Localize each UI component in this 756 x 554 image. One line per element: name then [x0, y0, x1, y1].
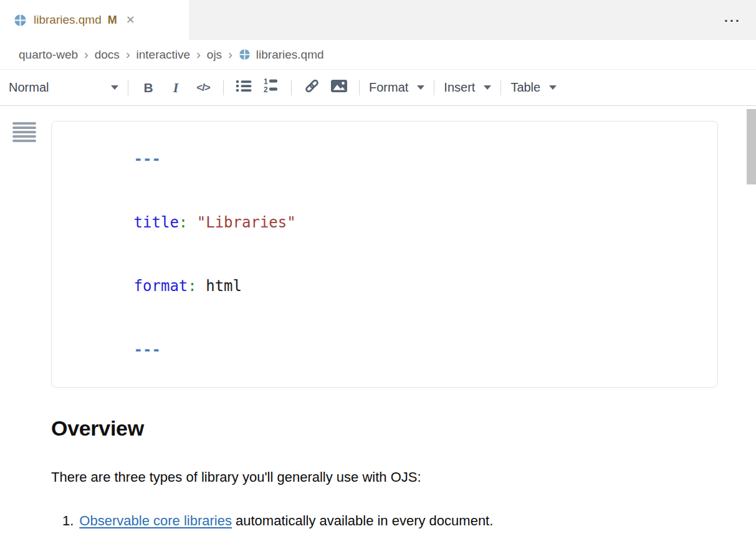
breadcrumb-item-quarto-web[interactable]: quarto-web: [19, 48, 78, 62]
yaml-line: ---: [62, 127, 707, 191]
breadcrumb-item-ojs[interactable]: ojs: [207, 48, 222, 62]
yaml-line: title: "Libraries": [62, 191, 707, 254]
toolbar-separator: [223, 80, 224, 95]
chevron-right-icon: ›: [196, 48, 201, 60]
tab-bar: libraries.qmd M ✕ ···: [0, 0, 756, 40]
quarto-file-icon: [239, 49, 251, 60]
tab-title: libraries.qmd: [34, 13, 102, 27]
chevron-down-icon: [484, 85, 491, 90]
intro-paragraph: There are three types of library you'll …: [51, 469, 718, 486]
yaml-line: format: html: [62, 254, 707, 318]
numbered-list-button[interactable]: 1 2: [261, 77, 282, 98]
paragraph-style-label: Normal: [9, 80, 49, 95]
paragraph-style-dropdown[interactable]: Normal: [9, 80, 118, 95]
modified-badge: M: [108, 14, 117, 27]
list-item: 1. Observable core libraries automatical…: [62, 512, 719, 530]
numbered-list-icon: 1 2: [263, 78, 279, 97]
bold-button[interactable]: B: [138, 77, 159, 98]
tab-bar-empty-space: [190, 0, 756, 40]
link-button[interactable]: [301, 77, 322, 98]
yaml-key: format: [134, 277, 188, 295]
chevron-down-icon: [111, 85, 118, 90]
quarto-file-icon: [14, 14, 27, 27]
more-actions-button[interactable]: ···: [724, 14, 741, 27]
chevron-down-icon: [549, 85, 557, 90]
breadcrumb: quarto-web › docs › interactive › ojs › …: [0, 40, 756, 70]
toolbar-separator: [359, 80, 360, 95]
chevron-right-icon: ›: [228, 48, 232, 60]
text-segment: automatically available in every documen…: [232, 513, 493, 528]
yaml-fence: ---: [134, 341, 161, 358]
chevron-right-icon: ›: [84, 48, 89, 60]
italic-button[interactable]: I: [165, 77, 186, 98]
yaml-plain-value: html: [206, 277, 242, 295]
bullet-list-icon: [236, 79, 252, 96]
block-drag-handle-icon[interactable]: [12, 122, 36, 144]
yaml-fence: ---: [134, 150, 161, 168]
breadcrumb-file-label: libraries.qmd: [256, 48, 324, 62]
breadcrumb-item-docs[interactable]: docs: [95, 48, 120, 62]
quarto-visual-editor: libraries.qmd M ✕ ··· quarto-web › docs …: [0, 0, 756, 554]
heading-overview: Overview: [51, 416, 719, 440]
insert-menu-label: Insert: [444, 80, 475, 95]
toolbar-separator: [128, 80, 128, 95]
close-tab-icon[interactable]: ✕: [126, 14, 135, 26]
image-icon: [330, 79, 348, 96]
chevron-down-icon: [417, 85, 424, 90]
document-body[interactable]: --- title: "Libraries" format: html --- …: [0, 106, 756, 554]
chevron-right-icon: ›: [126, 48, 130, 60]
ordered-list: 1. Observable core libraries automatical…: [51, 512, 719, 554]
code-button[interactable]: </>: [193, 77, 214, 98]
svg-text:2: 2: [264, 85, 268, 94]
list-item-text: Observable core libraries automatically …: [79, 512, 493, 530]
inline-link[interactable]: Observable core libraries: [79, 513, 232, 528]
insert-menu[interactable]: Insert: [444, 80, 491, 95]
yaml-colon: :: [179, 214, 197, 231]
yaml-front-matter-block[interactable]: --- title: "Libraries" format: html ---: [51, 121, 718, 388]
list-number: 1.: [62, 512, 74, 530]
toolbar-separator: [500, 80, 501, 95]
bullet-list-button[interactable]: [233, 77, 254, 98]
yaml-colon: :: [188, 277, 206, 295]
toolbar-separator: [434, 80, 434, 95]
formatting-toolbar: Normal B I </> 1 2: [0, 70, 756, 106]
scrollbar-thumb[interactable]: [747, 109, 756, 184]
yaml-line: ---: [62, 318, 707, 381]
table-menu-label: Table: [510, 80, 540, 95]
yaml-string-value: "Libraries": [197, 214, 296, 231]
toolbar-separator: [291, 80, 292, 95]
image-button[interactable]: [328, 77, 350, 98]
breadcrumb-item-interactive[interactable]: interactive: [136, 48, 191, 62]
format-menu-label: Format: [369, 80, 408, 95]
link-icon: [304, 78, 320, 97]
tab-libraries-qmd[interactable]: libraries.qmd M ✕: [0, 0, 190, 40]
breadcrumb-item-file[interactable]: libraries.qmd: [239, 48, 324, 62]
yaml-key: title: [134, 214, 179, 231]
table-menu[interactable]: Table: [510, 80, 557, 95]
format-menu[interactable]: Format: [369, 80, 424, 95]
